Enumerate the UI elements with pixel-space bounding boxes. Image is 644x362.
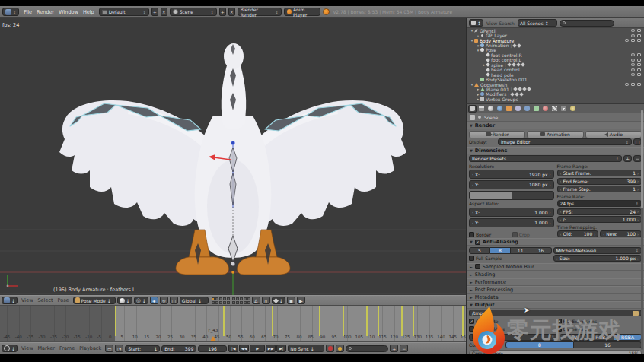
aa-size-field[interactable]: ‹Size:1.000 px› bbox=[553, 255, 642, 262]
manipulator-translate-button[interactable]: + bbox=[150, 297, 158, 304]
menu-frame[interactable]: Frame bbox=[57, 345, 77, 351]
mode-dropdown[interactable]: Pose Mode↕ bbox=[73, 297, 116, 304]
output-path-field[interactable]: /tmp\ bbox=[469, 310, 642, 316]
panel-header-performance[interactable]: ►Performance bbox=[467, 278, 644, 286]
fps-base-field[interactable]: ‹/:1.000› bbox=[557, 216, 642, 223]
tab-physics[interactable] bbox=[569, 105, 577, 113]
selectability-icon[interactable] bbox=[637, 34, 641, 37]
autokey-button[interactable] bbox=[336, 345, 344, 352]
end-frame-field-props[interactable]: ‹End Frame:399› bbox=[557, 178, 642, 185]
tab-material[interactable] bbox=[541, 105, 550, 113]
extra-icon[interactable] bbox=[513, 87, 518, 92]
aspect-x-field[interactable]: ‹X:1.000› bbox=[469, 208, 554, 217]
start-frame-field[interactable]: Start:1 bbox=[125, 345, 160, 352]
orientation-dropdown[interactable]: Global↕ bbox=[180, 297, 209, 304]
layer-toggle[interactable] bbox=[219, 301, 222, 304]
properties-scrollbar-thumb[interactable] bbox=[641, 110, 643, 208]
record-button[interactable] bbox=[326, 345, 334, 352]
visibility-eye-icon[interactable] bbox=[625, 83, 629, 86]
menu-view[interactable]: View bbox=[19, 297, 35, 303]
lock-icon[interactable]: ∆ bbox=[252, 297, 260, 304]
timeline-ruler[interactable]: -45-40-35-30-25-20-15-10-505101520253035… bbox=[0, 306, 466, 342]
crop-checkbox[interactable]: Crop bbox=[512, 232, 554, 237]
keyframe-line[interactable] bbox=[343, 306, 344, 336]
render-camera-icon[interactable] bbox=[637, 83, 641, 86]
jump-to-end-button[interactable]: ▶| bbox=[276, 345, 286, 352]
keyframe-line[interactable] bbox=[115, 306, 116, 336]
panel-header-post-processing[interactable]: ►Post Processing bbox=[467, 286, 644, 294]
resolution-x-field[interactable]: ‹X:1920 px› bbox=[469, 170, 554, 179]
extra-icon[interactable] bbox=[515, 92, 519, 97]
visibility-eye-icon[interactable] bbox=[631, 73, 635, 76]
tab-constraints[interactable] bbox=[514, 105, 522, 113]
tab-modifiers[interactable] bbox=[523, 105, 531, 113]
keyframe-line[interactable] bbox=[223, 306, 225, 336]
animation-render-button[interactable]: Animation bbox=[527, 131, 583, 138]
extra-icon[interactable] bbox=[522, 87, 527, 92]
view3d-editor-selector[interactable]: ↕ bbox=[2, 297, 18, 304]
layer-toggle[interactable] bbox=[219, 297, 222, 300]
remove-scene-button[interactable]: × bbox=[228, 8, 235, 16]
panel-checkbox[interactable] bbox=[475, 264, 480, 269]
tab-particles[interactable] bbox=[560, 105, 568, 113]
selectability-icon[interactable] bbox=[637, 68, 641, 71]
timeline-marker-icon[interactable] bbox=[210, 336, 216, 341]
menu-window[interactable]: Window bbox=[56, 9, 81, 15]
panel-header-shading[interactable]: ►Shading bbox=[467, 271, 644, 278]
menu-file[interactable]: File bbox=[21, 9, 34, 15]
border-checkbox[interactable]: Border bbox=[469, 232, 511, 237]
current-frame-field[interactable]: 196 bbox=[198, 345, 227, 352]
audio-render-button[interactable]: Audio bbox=[585, 131, 642, 138]
outliner-row[interactable]: ▸Vertex Groups bbox=[467, 97, 644, 101]
aa-sample-5[interactable]: 5 bbox=[469, 247, 490, 254]
render-camera-icon[interactable] bbox=[637, 39, 641, 42]
layer-toggle[interactable] bbox=[212, 297, 215, 300]
outliner-editor-selector[interactable]: ↕ bbox=[469, 19, 483, 27]
menu-marker[interactable]: Marker bbox=[35, 345, 56, 351]
keyframe-line[interactable] bbox=[272, 306, 273, 336]
layer-toggle[interactable] bbox=[212, 301, 215, 304]
add-scene-button[interactable]: + bbox=[219, 8, 226, 16]
visibility-eye-icon[interactable] bbox=[625, 39, 629, 42]
jump-to-start-button[interactable]: |◀ bbox=[228, 345, 238, 352]
display-dropdown[interactable]: Image Editor↕ bbox=[498, 138, 632, 145]
expand-icon[interactable]: ▾ bbox=[470, 28, 474, 33]
pivot-dropdown[interactable]: ◎↕ bbox=[134, 297, 148, 304]
tab-scene[interactable] bbox=[486, 105, 495, 113]
end-frame-field[interactable]: End:399 bbox=[161, 345, 196, 352]
layer-toggle[interactable] bbox=[215, 301, 218, 304]
panel-header-metadata[interactable]: ►Metadata bbox=[467, 294, 644, 301]
visibility-eye-icon[interactable] bbox=[631, 34, 635, 37]
selectability-icon[interactable] bbox=[631, 39, 635, 42]
selectability-icon[interactable] bbox=[637, 53, 641, 56]
menu-view[interactable]: View bbox=[19, 345, 35, 351]
panel-header-antialiasing[interactable]: ▼✓Anti-Aliasing bbox=[467, 238, 644, 246]
lock-time-toggle[interactable]: ◔ bbox=[115, 345, 123, 352]
aa-sample-11[interactable]: 11 bbox=[511, 247, 531, 254]
menu-render[interactable]: Render bbox=[34, 9, 56, 15]
panel-header-dimensions[interactable]: ▼Dimensions bbox=[467, 147, 644, 154]
panel-header-render[interactable]: ▼Render bbox=[467, 122, 644, 129]
channel-rgba[interactable]: RGBA bbox=[614, 334, 642, 341]
snap-element-dropdown[interactable]: ↕ bbox=[272, 297, 285, 304]
timeline-editor-selector[interactable]: ↕ bbox=[2, 345, 18, 352]
selectability-icon[interactable] bbox=[631, 83, 635, 86]
insert-keyframe-button[interactable]: + bbox=[390, 345, 398, 352]
visibility-eye-icon[interactable] bbox=[631, 59, 635, 62]
render-opengl-button[interactable]: ▣ bbox=[287, 297, 295, 304]
file-format-dropdown[interactable]: PNG↕ bbox=[469, 334, 558, 341]
panel-header-sampled-motion-blur[interactable]: ►Sampled Motion Blur bbox=[467, 263, 644, 271]
preset-add-button[interactable]: + bbox=[623, 155, 632, 162]
layer-toggle[interactable] bbox=[247, 301, 250, 304]
channel-rgb[interactable]: RGB bbox=[587, 334, 614, 341]
layer-toggle[interactable] bbox=[240, 297, 243, 300]
selectability-icon[interactable] bbox=[637, 63, 641, 66]
menu-pose[interactable]: Pose bbox=[56, 297, 72, 303]
viewport-3d[interactable]: fps: 24 (196) Body Armature : feathers.L bbox=[0, 18, 466, 295]
render-presets-dropdown[interactable]: Render Presets↕ bbox=[469, 155, 622, 162]
tab-data[interactable] bbox=[532, 105, 540, 113]
cache-result-checkbox[interactable]: Cache Result bbox=[556, 325, 642, 332]
outliner-scope-dropdown[interactable]: All Scenes↕ bbox=[518, 19, 557, 27]
anim-player-button[interactable]: Anim Player bbox=[284, 8, 320, 16]
start-frame-field-props[interactable]: ‹Start Frame:1› bbox=[557, 170, 642, 176]
